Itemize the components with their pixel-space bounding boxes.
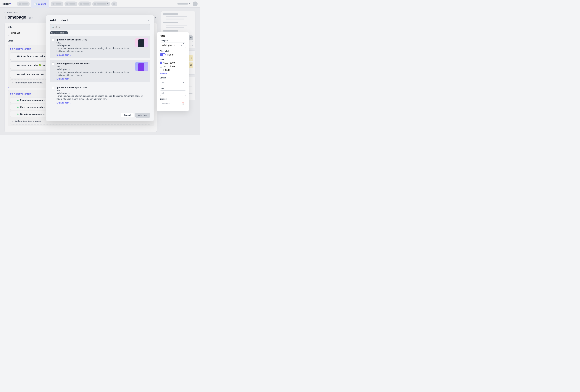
- product-row[interactable]: Samsung Galaxy A54 5G Black $220 Mobile …: [50, 60, 150, 82]
- color-select[interactable]: All: [160, 90, 186, 96]
- option-toggle[interactable]: [160, 53, 165, 56]
- select-value: Mobile phones: [161, 44, 175, 46]
- screen-select[interactable]: All: [160, 80, 186, 85]
- product-thumbnail: [135, 62, 148, 71]
- checkbox[interactable]: [160, 69, 162, 71]
- filter-popover: Filter Category Mobile phones ✕ Filter l…: [157, 32, 189, 111]
- checkbox[interactable]: ✓: [160, 62, 162, 64]
- chevron-down-icon: ⌄: [168, 72, 169, 75]
- add-item-button[interactable]: Add item: [135, 112, 150, 118]
- category-select[interactable]: Mobile phones ✕: [160, 43, 186, 48]
- price-option[interactable]: $200 - $500: [160, 65, 186, 68]
- product-row[interactable]: Samsung Galaxy A54 5G Black $220: [50, 108, 150, 110]
- product-description: Lorem ipsum dolor sit amet, consectetur …: [56, 47, 133, 53]
- product-description: Lorem ipsum dolor sit amet, consectetur …: [56, 95, 148, 100]
- filter-title: Filter: [160, 35, 186, 37]
- modal-overlay: Add product ✕ 🔍 ✕ Mobile phones Iphone X…: [0, 0, 200, 135]
- created-date-input[interactable]: All dates📅: [160, 101, 186, 106]
- product-category: Mobile phones: [56, 44, 133, 47]
- product-name: Samsung Galaxy A54 5G Black: [56, 62, 133, 65]
- price-option[interactable]: ✓$100 - $200: [160, 62, 186, 64]
- product-name: Iphone X 256GB Space Gray: [56, 38, 133, 41]
- product-thumbnail: [135, 38, 148, 47]
- price-option[interactable]: > $500: [160, 69, 186, 71]
- clear-icon[interactable]: ✕: [181, 44, 182, 46]
- remove-chip-icon[interactable]: ✕: [51, 32, 53, 34]
- filter-chip[interactable]: ✕ Mobile phones: [50, 31, 68, 34]
- chevron-down-icon: [183, 82, 184, 83]
- expand-item-button[interactable]: Expand item⌄: [56, 101, 148, 104]
- chevron-down-icon: [183, 93, 184, 94]
- chevron-down-icon: ⌄: [70, 101, 72, 104]
- close-button[interactable]: ✕: [147, 19, 150, 22]
- screen-label: Screen: [160, 77, 186, 79]
- checkbox[interactable]: [52, 63, 54, 65]
- search-input[interactable]: [50, 24, 150, 30]
- add-product-modal: Add product ✕ 🔍 ✕ Mobile phones Iphone X…: [46, 15, 154, 121]
- category-label: Category: [160, 40, 186, 42]
- product-list: Iphone X 256GB Space Gray $220 Mobile ph…: [50, 36, 150, 110]
- price-label: Price: [160, 59, 186, 61]
- checkbox[interactable]: [160, 65, 162, 68]
- product-price: $220: [56, 65, 133, 68]
- created-label: Created: [160, 98, 186, 100]
- toggle-label: Option: [167, 53, 174, 56]
- color-label: Color: [160, 87, 186, 90]
- search-icon: 🔍: [52, 26, 54, 28]
- product-row[interactable]: Iphone X 256GB Space Gray $220 Mobile ph…: [50, 84, 150, 106]
- show-all-button[interactable]: Show all⌄: [160, 72, 186, 75]
- chip-label: Mobile phones: [54, 32, 67, 34]
- product-category: Mobile phones: [56, 68, 133, 71]
- expand-item-button[interactable]: Expand item⌄: [56, 54, 133, 56]
- chevron-down-icon: ⌄: [70, 54, 72, 56]
- chevron-down-icon: [183, 43, 184, 46]
- calendar-icon: 📅: [182, 102, 184, 105]
- product-price: $220: [56, 89, 148, 92]
- product-category: Mobile phones: [56, 92, 148, 94]
- product-name: Samsung Galaxy A54 5G Black: [56, 110, 148, 110]
- product-description: Lorem ipsum dolor sit amet, consectetur …: [56, 71, 133, 77]
- expand-item-button[interactable]: Expand item⌄: [56, 78, 133, 80]
- modal-title: Add product: [50, 19, 68, 22]
- chevron-down-icon: ⌄: [70, 78, 72, 80]
- product-name: Iphone X 256GB Space Gray: [56, 86, 148, 89]
- product-price: $220: [56, 41, 133, 44]
- filter-label-label: Filter label: [160, 50, 186, 52]
- cancel-button[interactable]: Cancel: [121, 112, 134, 118]
- checkbox[interactable]: [52, 86, 54, 89]
- product-row[interactable]: Iphone X 256GB Space Gray $220 Mobile ph…: [50, 36, 150, 58]
- checkbox[interactable]: [52, 39, 54, 41]
